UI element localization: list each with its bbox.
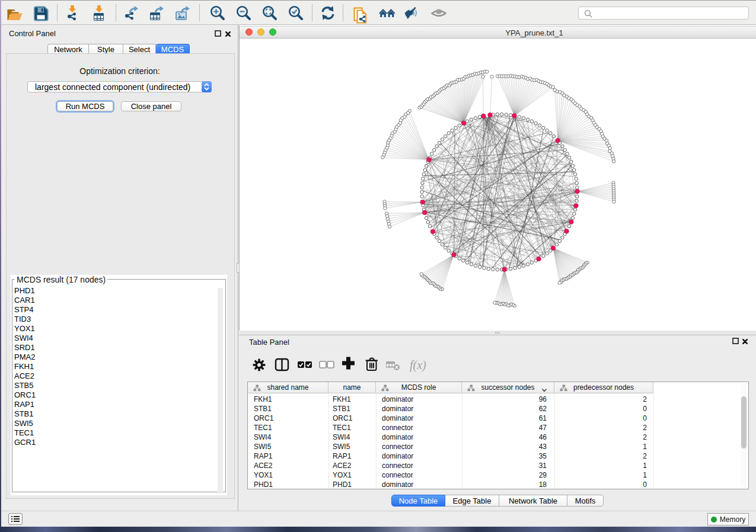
svg-text:f(x): f(x) [410,358,426,372]
